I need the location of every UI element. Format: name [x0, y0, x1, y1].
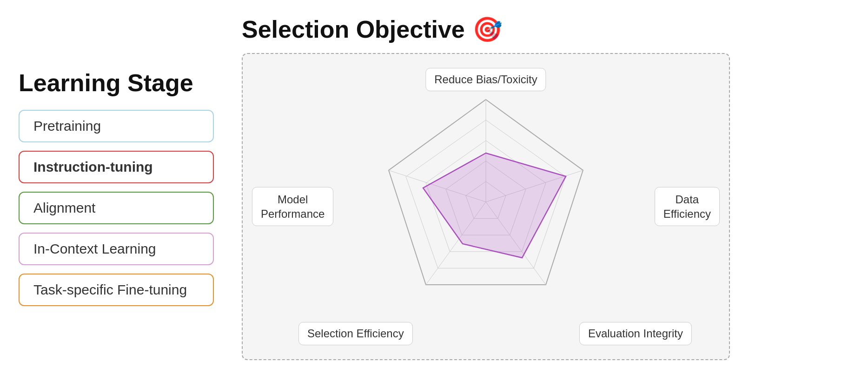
right-title: Selection Objective 🎯 — [242, 15, 503, 44]
stage-incontext: In-Context Learning — [19, 233, 214, 265]
main-container: Learning Stage Pretraining Instruction-t… — [19, 9, 849, 366]
right-title-text: Selection Objective — [242, 15, 465, 43]
stage-alignment: Alignment — [19, 192, 214, 224]
stage-instruction: Instruction-tuning — [19, 151, 214, 183]
label-evaluation-integrity: Evaluation Integrity — [579, 322, 692, 345]
right-panel: Selection Objective 🎯 — [242, 15, 849, 360]
stage-finetuning: Task-specific Fine-tuning — [19, 274, 214, 306]
label-model-performance: ModelPerformance — [252, 187, 333, 226]
stage-pretraining: Pretraining — [19, 110, 214, 142]
radar-container: Reduce Bias/Toxicity ModelPerformance Da… — [242, 53, 730, 360]
target-icon: 🎯 — [472, 15, 503, 44]
svg-marker-10 — [423, 153, 566, 258]
label-reduce-bias: Reduce Bias/Toxicity — [425, 68, 546, 91]
label-selection-efficiency: Selection Efficiency — [298, 322, 413, 345]
radar-chart — [351, 86, 621, 328]
left-panel: Learning Stage Pretraining Instruction-t… — [19, 69, 214, 306]
left-title: Learning Stage — [19, 69, 214, 97]
label-data-efficiency: DataEfficiency — [655, 187, 720, 226]
